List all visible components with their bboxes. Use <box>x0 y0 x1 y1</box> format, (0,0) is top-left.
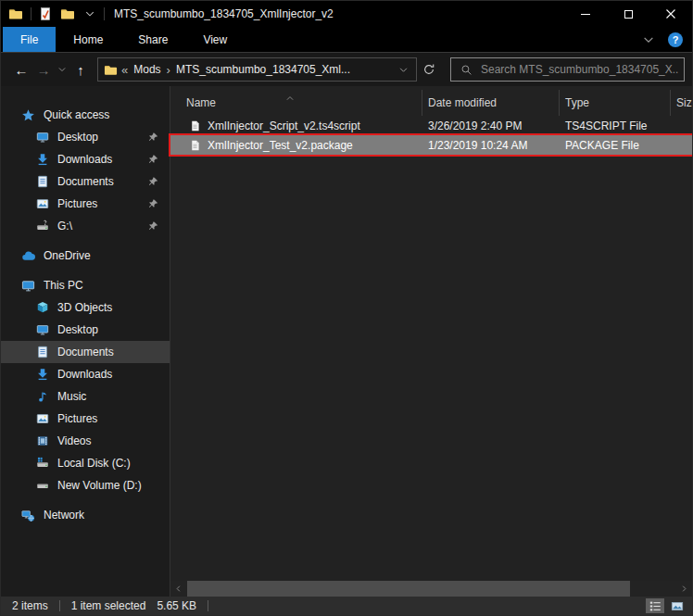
breadcrumb-collapsed[interactable]: « <box>118 63 132 77</box>
sidebar-item-desktop-pinned[interactable]: Desktop <box>1 126 170 148</box>
caption-buttons <box>564 1 692 27</box>
sidebar-item-downloads-pinned[interactable]: Downloads <box>1 148 170 170</box>
search-icon <box>460 64 472 76</box>
selection-info: 1 item selected <box>71 599 146 612</box>
sidebar-item-this-pc[interactable]: This PC <box>1 274 170 296</box>
desktop-icon <box>36 323 49 336</box>
details-view-button[interactable] <box>646 598 664 613</box>
pin-icon <box>148 221 158 232</box>
toolbar-divider <box>31 7 32 20</box>
sidebar-item-onedrive[interactable]: OneDrive <box>1 245 170 267</box>
downloads-icon <box>36 153 49 166</box>
address-bar[interactable]: « Mods › MTS_scumbumbo_1834705_Xml... <box>97 57 417 82</box>
chevron-right-icon <box>680 585 688 593</box>
navigation-bar: ← → ↑ « Mods › MTS_scumbumbo_1834705_Xml… <box>1 53 692 86</box>
breadcrumb-item-current[interactable]: MTS_scumbumbo_1834705_Xml... <box>174 63 352 76</box>
tab-home[interactable]: Home <box>56 27 120 52</box>
scrollbar-track[interactable] <box>186 581 676 597</box>
sidebar-item-3d-objects[interactable]: 3D Objects <box>1 296 170 319</box>
onedrive-cloud-icon <box>21 249 35 263</box>
music-note-icon <box>36 390 49 403</box>
help-button[interactable]: ? <box>668 32 683 47</box>
file-type: PACKAGE File <box>560 139 671 152</box>
tab-view[interactable]: View <box>185 27 245 52</box>
window-title: MTS_scumbumbo_1834705_XmlInjector_v2 <box>114 7 334 20</box>
chevron-left-icon <box>174 585 183 593</box>
title-bar: MTS_scumbumbo_1834705_XmlInjector_v2 <box>1 1 692 27</box>
search-box <box>450 57 685 82</box>
network-icon <box>21 509 35 522</box>
file-row-package-selected[interactable]: XmlInjector_Test_v2.package 1/23/2019 10… <box>170 135 692 155</box>
window-folder-icon[interactable] <box>8 6 23 21</box>
sidebar-item-documents-selected[interactable]: Documents <box>1 341 170 363</box>
sidebar-item-local-disk-c[interactable]: Local Disk (C:) <box>1 452 170 474</box>
new-folder-button[interactable] <box>59 6 76 22</box>
tab-share[interactable]: Share <box>120 27 185 52</box>
properties-button[interactable] <box>37 6 54 22</box>
close-icon <box>663 6 678 21</box>
sort-ascending-chevron-icon <box>285 91 295 104</box>
file-icon <box>189 119 201 132</box>
refresh-icon <box>422 63 435 76</box>
file-row-ts4script[interactable]: XmlInjector_Script_v2.ts4script 3/26/201… <box>170 116 692 135</box>
maximize-button[interactable] <box>607 1 649 27</box>
customize-toolbar-chevron-icon[interactable] <box>82 6 98 22</box>
sidebar-item-music[interactable]: Music <box>1 385 170 408</box>
tab-file[interactable]: File <box>3 27 56 52</box>
file-icon <box>189 139 201 152</box>
selection-size: 5.65 KB <box>157 599 196 612</box>
3d-objects-cube-icon <box>36 301 49 314</box>
breadcrumb-item-mods[interactable]: Mods <box>132 63 162 76</box>
ribbon-tab-bar: File Home Share View ? <box>1 27 692 53</box>
pin-icon <box>148 132 158 143</box>
sidebar-item-g-drive[interactable]: G:\ <box>1 215 170 237</box>
statusbar-divider <box>208 600 208 611</box>
search-input[interactable] <box>481 63 678 76</box>
file-name: XmlInjector_Script_v2.ts4script <box>208 119 360 132</box>
column-header-type[interactable]: Type <box>560 90 671 116</box>
thumbnails-view-icon <box>671 600 684 612</box>
up-button[interactable]: ↑ <box>69 57 92 82</box>
sidebar-item-pictures-pinned[interactable]: Pictures <box>1 193 170 215</box>
column-header-date-modified[interactable]: Date modified <box>422 90 560 116</box>
main-area: Quick access Desktop Downloads Documents… <box>1 86 692 597</box>
file-date-modified: 3/26/2019 2:40 PM <box>422 119 560 132</box>
column-header-size[interactable]: Size <box>671 90 693 116</box>
column-header-name[interactable]: Name <box>170 90 422 116</box>
forward-button[interactable]: → <box>32 57 55 82</box>
refresh-button[interactable] <box>417 57 441 82</box>
scroll-right-button[interactable] <box>676 581 692 597</box>
sidebar-item-network[interactable]: Network <box>1 504 170 526</box>
thumbnails-view-button[interactable] <box>668 598 687 613</box>
scrollbar-thumb[interactable] <box>187 581 630 597</box>
this-pc-icon <box>21 279 35 293</box>
sidebar-item-quick-access[interactable]: Quick access <box>1 104 170 126</box>
drive-icon <box>36 479 49 492</box>
sidebar-item-desktop[interactable]: Desktop <box>1 319 170 341</box>
pin-icon <box>148 199 158 209</box>
scroll-left-button[interactable] <box>170 581 186 597</box>
documents-icon <box>36 346 49 358</box>
navigation-pane: Quick access Desktop Downloads Documents… <box>1 86 170 597</box>
expand-ribbon-chevron-icon[interactable] <box>642 33 655 46</box>
statusbar-divider <box>59 600 60 611</box>
drive-question-icon <box>36 220 49 233</box>
back-button[interactable]: ← <box>10 57 32 82</box>
quick-access-star-icon <box>21 108 35 122</box>
recent-locations-chevron-icon[interactable] <box>55 65 69 74</box>
minimize-icon <box>581 14 590 15</box>
videos-film-icon <box>36 434 49 447</box>
toolbar-divider <box>104 7 105 20</box>
close-button[interactable] <box>649 1 692 27</box>
horizontal-scrollbar <box>170 581 692 597</box>
sidebar-item-downloads[interactable]: Downloads <box>1 363 170 385</box>
address-dropdown-chevron-icon[interactable] <box>395 65 412 75</box>
downloads-icon <box>36 368 49 381</box>
sidebar-item-new-volume-d[interactable]: New Volume (D:) <box>1 474 170 497</box>
sidebar-item-videos[interactable]: Videos <box>1 430 170 452</box>
column-headers: Name Date modified Type Size <box>170 90 692 116</box>
status-bar: 2 items 1 item selected 5.65 KB <box>1 597 692 615</box>
minimize-button[interactable] <box>564 1 607 27</box>
sidebar-item-documents-pinned[interactable]: Documents <box>1 170 170 193</box>
sidebar-item-pictures[interactable]: Pictures <box>1 408 170 430</box>
